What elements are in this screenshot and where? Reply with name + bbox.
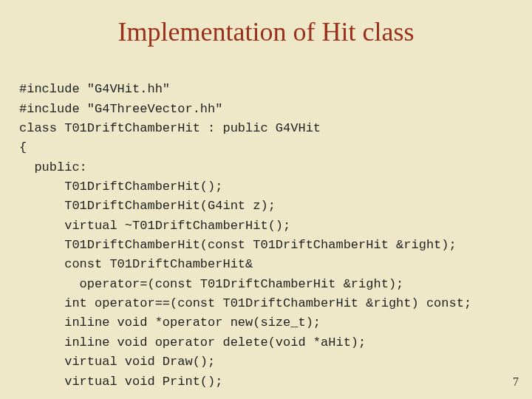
code-line: int operator==(const T01DriftChamberHit … — [19, 296, 471, 310]
code-line: #include "G4VHit.hh" — [19, 82, 170, 96]
code-line: T01DriftChamberHit(G4int z); — [19, 199, 276, 213]
code-line: { — [19, 140, 27, 154]
code-line: T01DriftChamberHit(const T01DriftChamber… — [19, 238, 457, 252]
page-number: 7 — [513, 375, 519, 389]
code-line: public: — [19, 160, 87, 174]
code-line: T01DriftChamberHit(); — [19, 180, 222, 194]
slide-title: Implementation of Hit class — [0, 0, 532, 61]
code-line: const T01DriftChamberHit& — [19, 257, 253, 271]
code-line: operator=(const T01DriftChamberHit &righ… — [19, 277, 403, 291]
code-line: inline void operator delete(void *aHit); — [19, 335, 366, 349]
code-line: inline void *operator new(size_t); — [19, 316, 321, 330]
code-block: #include "G4VHit.hh" #include "G4ThreeVe… — [0, 61, 532, 392]
code-line: virtual ~T01DriftChamberHit(); — [19, 219, 290, 233]
code-line: #include "G4ThreeVector.hh" — [19, 102, 222, 116]
code-line: virtual void Print(); — [19, 375, 222, 389]
code-line: virtual void Draw(); — [19, 355, 215, 369]
code-line: class T01DriftChamberHit : public G4VHit — [19, 121, 321, 135]
